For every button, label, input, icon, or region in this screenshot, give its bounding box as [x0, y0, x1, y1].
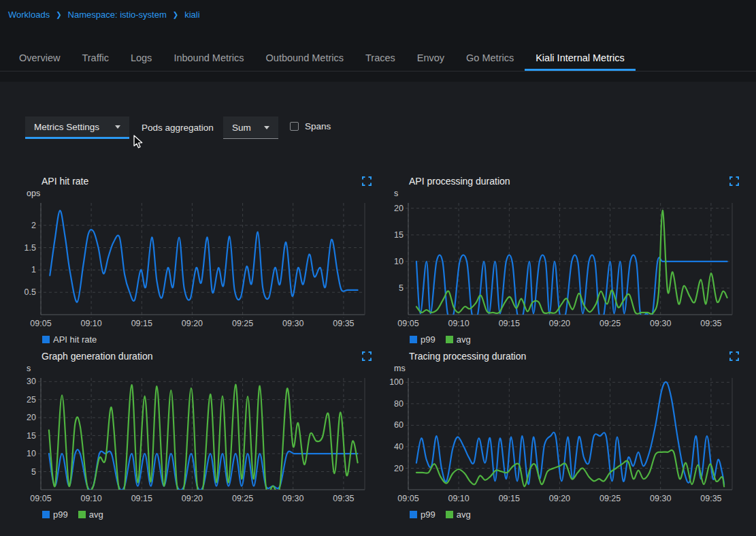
- legend-swatch-icon: [446, 336, 453, 343]
- tab-bar: OverviewTrafficLogsInbound MetricsOutbou…: [0, 46, 756, 72]
- content-area: Metrics Settings Pods aggregation Sum Sp…: [0, 82, 756, 536]
- svg-text:09:10: 09:10: [80, 319, 101, 328]
- metrics-settings-dropdown[interactable]: Metrics Settings: [25, 116, 129, 139]
- chart-unit-label: s: [27, 364, 376, 374]
- legend-label: avg: [457, 509, 471, 520]
- legend-swatch-icon: [410, 336, 417, 343]
- svg-text:5: 5: [399, 283, 404, 293]
- svg-text:60: 60: [394, 420, 404, 430]
- breadcrumb-link-namespace-istio-system[interactable]: Namespace: istio-system: [68, 10, 167, 20]
- svg-text:09:20: 09:20: [549, 494, 570, 503]
- svg-text:1: 1: [31, 265, 36, 274]
- tab-go-metrics[interactable]: Go Metrics: [455, 46, 525, 71]
- spans-checkbox-field[interactable]: Spans: [290, 121, 331, 131]
- chart-legend: p99avg: [410, 509, 743, 520]
- svg-text:25: 25: [27, 395, 36, 405]
- breadcrumb-link-kiali[interactable]: kiali: [184, 10, 199, 20]
- legend-label: API hit rate: [53, 334, 97, 345]
- pods-aggregation-label: Pods aggregation: [142, 123, 214, 133]
- tab-traces[interactable]: Traces: [355, 46, 406, 71]
- legend-swatch-icon: [78, 511, 86, 518]
- legend-item-avg: avg: [446, 334, 471, 345]
- line-chart: 5101520253009:0509:1009:1509:2009:2509:3…: [21, 374, 376, 507]
- chart-unit-label: ops: [27, 189, 376, 199]
- aggregation-value: Sum: [232, 123, 251, 133]
- svg-text:09:15: 09:15: [131, 494, 152, 503]
- svg-text:09:25: 09:25: [599, 319, 621, 328]
- legend-item-p99: p99: [42, 509, 68, 520]
- svg-text:80: 80: [394, 399, 404, 409]
- svg-text:1.5: 1.5: [24, 243, 36, 253]
- expand-chart-icon[interactable]: [361, 351, 372, 362]
- svg-text:09:25: 09:25: [599, 494, 621, 503]
- spans-label: Spans: [305, 121, 331, 131]
- svg-text:100: 100: [389, 377, 404, 387]
- legend-swatch-icon: [446, 511, 453, 518]
- chart-unit-label: ms: [394, 364, 743, 374]
- spans-checkbox[interactable]: [290, 122, 299, 131]
- legend-item-p99: p99: [410, 334, 435, 345]
- breadcrumb: Workloads❯Namespace: istio-system❯kiali: [8, 10, 200, 20]
- breadcrumb-separator-icon: ❯: [56, 10, 61, 18]
- tab-traffic[interactable]: Traffic: [71, 46, 119, 71]
- legend-label: p99: [421, 334, 435, 345]
- legend-swatch-icon: [42, 336, 50, 343]
- svg-text:20: 20: [394, 464, 404, 473]
- tab-envoy[interactable]: Envoy: [406, 46, 455, 71]
- svg-text:09:30: 09:30: [650, 319, 671, 328]
- svg-text:20: 20: [27, 413, 36, 422]
- expand-chart-icon[interactable]: [361, 176, 372, 187]
- svg-text:09:05: 09:05: [30, 319, 51, 328]
- line-chart: 2040608010009:0509:1009:1509:2009:2509:3…: [389, 374, 743, 507]
- svg-text:10: 10: [27, 449, 36, 458]
- chart-title: API hit rate: [42, 176, 376, 187]
- expand-chart-icon[interactable]: [729, 351, 739, 362]
- chart-api-processing-duration: API processing duration s 510152009:0509…: [389, 176, 743, 347]
- svg-text:09:30: 09:30: [650, 494, 671, 503]
- tab-logs[interactable]: Logs: [120, 46, 163, 71]
- chart-title: API processing duration: [409, 176, 743, 187]
- svg-text:09:20: 09:20: [549, 319, 570, 328]
- svg-text:09:10: 09:10: [448, 319, 469, 328]
- breadcrumb-separator-icon: ❯: [173, 10, 178, 18]
- svg-text:09:10: 09:10: [80, 494, 101, 503]
- line-chart: 510152009:0509:1009:1509:2009:2509:3009:…: [389, 199, 743, 332]
- svg-text:15: 15: [394, 230, 404, 240]
- tab-overview[interactable]: Overview: [8, 46, 71, 71]
- svg-text:09:35: 09:35: [700, 494, 721, 503]
- chart-legend: API hit rate: [42, 334, 376, 345]
- breadcrumb-link-workloads[interactable]: Workloads: [8, 10, 50, 20]
- tab-kiali-internal-metrics[interactable]: Kiali Internal Metrics: [525, 46, 636, 71]
- tab-outbound-metrics[interactable]: Outbound Metrics: [255, 46, 355, 71]
- chart-tracing-processing-duration: Tracing processing duration ms 204060801…: [389, 351, 743, 522]
- legend-item-avg: avg: [446, 509, 471, 520]
- svg-text:15: 15: [27, 431, 36, 441]
- pods-aggregation-select[interactable]: Sum: [223, 116, 278, 139]
- legend-label: avg: [89, 509, 103, 520]
- expand-chart-icon[interactable]: [729, 176, 739, 187]
- legend-swatch-icon: [410, 511, 417, 518]
- chart-unit-label: s: [394, 189, 743, 199]
- svg-text:09:25: 09:25: [232, 319, 253, 328]
- metrics-settings-label: Metrics Settings: [34, 122, 99, 132]
- svg-text:2: 2: [31, 221, 36, 230]
- svg-text:09:20: 09:20: [182, 494, 203, 503]
- chart-title: Graph generation duration: [42, 351, 376, 362]
- svg-text:09:10: 09:10: [448, 494, 469, 503]
- svg-text:20: 20: [394, 204, 404, 213]
- svg-text:30: 30: [27, 377, 36, 386]
- legend-item-api-hit-rate: API hit rate: [42, 334, 97, 345]
- chevron-down-icon: [264, 126, 269, 129]
- tab-inbound-metrics[interactable]: Inbound Metrics: [163, 46, 254, 71]
- chart-legend: p99avg: [42, 509, 376, 520]
- chart-legend: p99avg: [410, 334, 743, 345]
- svg-text:09:35: 09:35: [333, 494, 354, 503]
- legend-item-p99: p99: [410, 509, 435, 520]
- svg-text:09:15: 09:15: [499, 319, 520, 328]
- legend-swatch-icon: [42, 511, 50, 518]
- svg-text:09:30: 09:30: [282, 494, 303, 503]
- legend-label: p99: [421, 509, 435, 520]
- chart-graph-generation-duration: Graph generation duration s 510152025300…: [21, 351, 376, 522]
- svg-text:09:20: 09:20: [182, 319, 203, 328]
- line-chart: 0.511.5209:0509:1009:1509:2009:2509:3009…: [21, 199, 376, 332]
